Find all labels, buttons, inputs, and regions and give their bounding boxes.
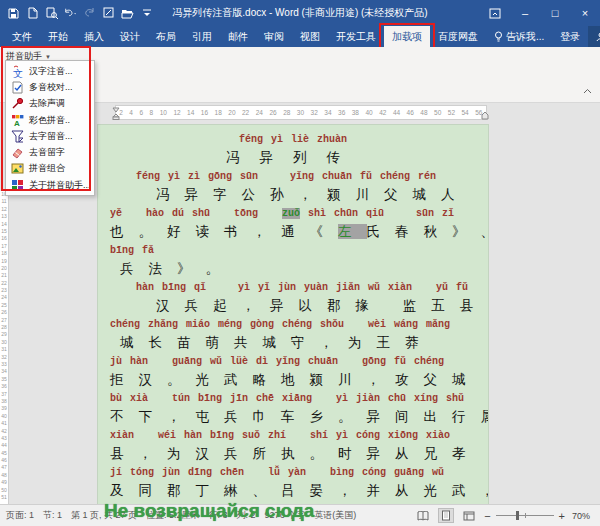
- menu-item-关于拼音助手[interactable]: 关于拼音助手...: [6, 177, 94, 193]
- pinyin-line: féng yì liè zhuàn: [110, 132, 476, 147]
- text-segment: 冯异字公孙，颍川父城人: [156, 187, 470, 202]
- text-segment: 及同郡丁綝、吕晏，并从光武，: [110, 483, 489, 498]
- pinyin-line: bù xià tún bīng jīn chē xiāng yì jiàn ch…: [110, 391, 476, 406]
- tab-告诉我[interactable]: 告诉我...: [486, 26, 552, 47]
- redo-icon[interactable]: [83, 7, 96, 20]
- ruler-number: 32: [311, 109, 318, 116]
- tab-文件[interactable]: 文件: [4, 26, 40, 47]
- tab-登录[interactable]: 登录: [552, 26, 588, 47]
- ruler-number: 13: [0, 213, 8, 220]
- svg-text:A: A: [14, 119, 20, 127]
- tab-插入[interactable]: 插入: [76, 26, 112, 47]
- ruler-number: 17: [0, 243, 8, 250]
- maximize-icon[interactable]: □: [540, 0, 570, 26]
- status-right: − + 70%: [415, 508, 594, 523]
- tab-邮件[interactable]: 邮件: [220, 26, 256, 47]
- pinyin-line: chéng zhǎng miáo méng gòng chéng shǒu wè…: [110, 317, 476, 332]
- ruler-number: 31: [0, 346, 8, 353]
- ruler-number: 49: [0, 479, 8, 486]
- ribbon-display-options-icon[interactable]: [480, 0, 510, 26]
- ruler-number: 39: [0, 405, 8, 412]
- ruler-number: 48: [0, 472, 8, 479]
- menu-item-彩色拼音[interactable]: A彩色拼音..: [6, 112, 94, 128]
- tab-加载项[interactable]: 加载项: [384, 26, 430, 47]
- web-layout-icon[interactable]: [461, 508, 477, 523]
- tab-设计[interactable]: 设计: [112, 26, 148, 47]
- tab-百度网盘[interactable]: 百度网盘: [430, 26, 486, 47]
- ruler-number: 51: [0, 494, 8, 501]
- zoom-slider-thumb[interactable]: [516, 511, 519, 520]
- save-icon[interactable]: [7, 7, 20, 20]
- new-document-icon[interactable]: [26, 7, 39, 20]
- open-folder-icon[interactable]: [121, 7, 134, 20]
- tab-label: 加载项: [392, 30, 422, 44]
- print-preview-icon[interactable]: [45, 7, 58, 20]
- filter-icon: [11, 130, 24, 143]
- ruler-number: 27: [0, 317, 8, 324]
- menu-item-多音校对[interactable]: 多音校对...: [6, 79, 94, 95]
- zoom-percentage[interactable]: 70%: [572, 511, 594, 521]
- hanzi-pinyin-icon: 文: [11, 65, 24, 78]
- collapse-ribbon-icon[interactable]: [583, 80, 592, 98]
- text-segment: 冯异列传: [226, 150, 360, 165]
- zoom-slider[interactable]: [496, 515, 554, 516]
- document-content: féng yì liè zhuàn冯异列传féng yì zì gōng sūn…: [98, 125, 488, 504]
- left-indent-marker[interactable]: [112, 107, 120, 121]
- menu-item-去字留音[interactable]: 去字留音...: [6, 128, 94, 144]
- minimize-icon[interactable]: –: [510, 0, 540, 26]
- ruler-number: 11: [0, 198, 8, 205]
- ruler-number: 38: [352, 109, 359, 116]
- zoom-control: − +: [484, 510, 565, 522]
- menu-item-label: 去除声调: [29, 97, 65, 110]
- tab-视图[interactable]: 视图: [292, 26, 328, 47]
- tab-label: 开始: [48, 30, 68, 44]
- close-icon[interactable]: ×: [570, 0, 600, 26]
- menu-item-去音留字[interactable]: 去音留字: [6, 144, 94, 160]
- tab-引用[interactable]: 引用: [184, 26, 220, 47]
- read-mode-icon[interactable]: [415, 508, 431, 523]
- zoom-out-button[interactable]: −: [484, 510, 490, 522]
- about-icon: [11, 179, 24, 192]
- tab-审阅[interactable]: 审阅: [256, 26, 292, 47]
- pinyin-line: bīng fǎ: [110, 243, 476, 258]
- ruler-number: 18: [215, 109, 222, 116]
- menu-item-汉字注音[interactable]: 文汉字注音...: [6, 63, 94, 79]
- ruler-number: 28: [0, 324, 8, 331]
- hanzi-line: 也。好读书，通《左氏春秋》、《孙子: [110, 221, 476, 243]
- hanzi-line: 冯异列传: [110, 147, 476, 169]
- undo-icon[interactable]: [64, 7, 77, 20]
- tab-label: 审阅: [264, 30, 284, 44]
- ruler-number: 44: [0, 442, 8, 449]
- tab-布局[interactable]: 布局: [148, 26, 184, 47]
- ruler-number: 24: [256, 109, 263, 116]
- svg-text:文: 文: [13, 68, 23, 78]
- menu-item-拼音组合[interactable]: 拼音组合: [6, 161, 94, 177]
- hanzi-line: 县，为汉兵所执。时异从兄孝: [110, 443, 476, 465]
- chevron-down-icon: ▼: [45, 54, 51, 60]
- ruler-number: 18: [0, 250, 8, 257]
- menu-item-label: 汉字注音...: [29, 65, 73, 78]
- right-indent-marker[interactable]: [481, 111, 489, 121]
- menu-item-label: 去字留音...: [29, 130, 73, 143]
- ruler-number: 46: [407, 109, 414, 116]
- vertical-ruler: 1011121314151617181920212223242526272829…: [0, 191, 9, 504]
- menu-item-去除声调[interactable]: 去除声调: [6, 96, 94, 112]
- ruler-number: 30: [297, 109, 304, 116]
- menu-item-label: 关于拼音助手...: [29, 179, 91, 192]
- ruler-number: 35: [0, 376, 8, 383]
- title-bar: 冯异列传注音版.docx - Word (非商业用途) (未经授权产品) – □…: [0, 0, 600, 26]
- print-layout-icon[interactable]: [438, 508, 454, 523]
- document-page[interactable]: féng yì liè zhuàn冯异列传féng yì zì gōng sūn…: [97, 124, 489, 504]
- tab-开始[interactable]: 开始: [40, 26, 76, 47]
- tab-共享[interactable]: 共享: [588, 26, 600, 47]
- tab-label: 设计: [120, 30, 140, 44]
- ruler-number: 15: [0, 228, 8, 235]
- quick-access-toolbar: [0, 7, 153, 20]
- pushpin-icon: [11, 97, 24, 110]
- zoom-in-button[interactable]: +: [559, 510, 565, 522]
- draft-edit-icon[interactable]: [102, 7, 115, 20]
- ruler-number: 23: [0, 287, 8, 294]
- eraser-icon: [11, 146, 24, 159]
- tab-开发工具[interactable]: 开发工具: [328, 26, 384, 47]
- qat-customize-icon[interactable]: [140, 7, 153, 20]
